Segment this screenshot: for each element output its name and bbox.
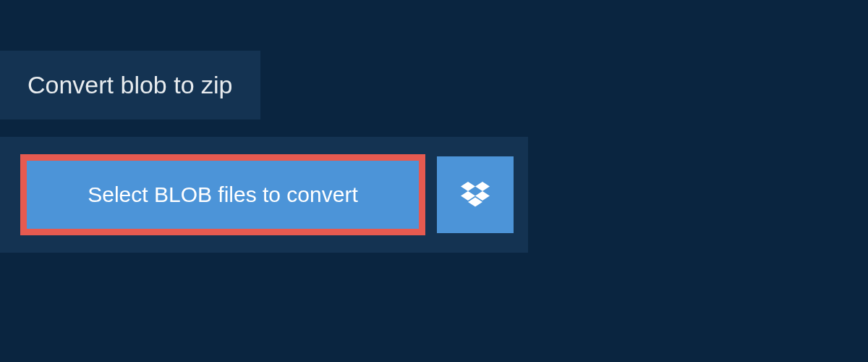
tab-header: Convert blob to zip <box>0 51 260 119</box>
tab-title: Convert blob to zip <box>27 71 233 99</box>
select-files-button[interactable]: Select BLOB files to convert <box>20 154 425 235</box>
upload-panel: Select BLOB files to convert <box>0 137 528 253</box>
dropbox-icon <box>461 182 490 208</box>
dropbox-button[interactable] <box>437 156 514 233</box>
